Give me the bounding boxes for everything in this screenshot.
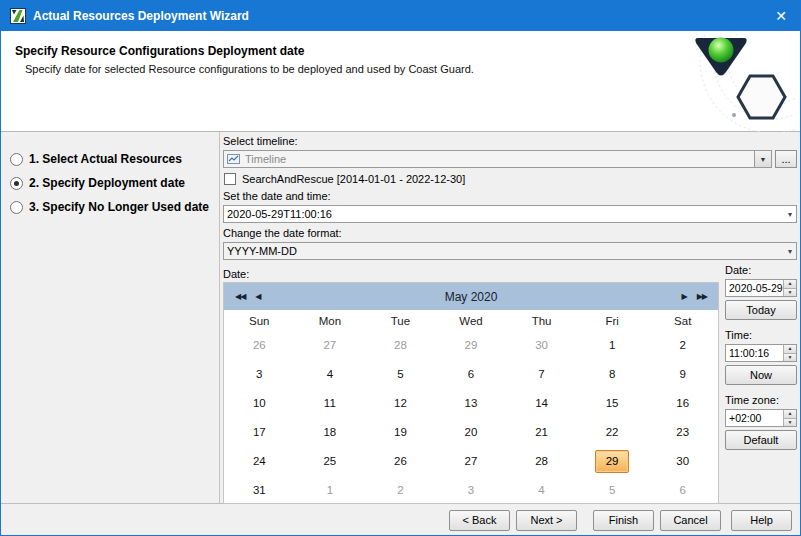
prev-month-button[interactable]: ◀	[250, 292, 265, 301]
app-icon	[10, 8, 26, 24]
prev-year-button[interactable]: ◀◀	[230, 292, 250, 301]
datetime-side-panel: Date: 2020-05-29 ▲ ▼ Today Time: 11:00:1…	[725, 263, 797, 504]
calendar-day[interactable]: 8	[577, 360, 648, 389]
calendar-day[interactable]: 4	[506, 476, 577, 505]
day-of-week-label: Mon	[295, 315, 366, 327]
now-button[interactable]: Now	[725, 365, 797, 385]
timeline-dropdown-button[interactable]: ▼	[755, 150, 772, 168]
timeline-combo[interactable]: Timeline	[223, 150, 755, 168]
calendar-day[interactable]: 4	[295, 360, 366, 389]
chevron-down-icon[interactable]: ▾	[788, 210, 793, 219]
calendar-day[interactable]: 14	[506, 389, 577, 418]
date-spinner[interactable]: 2020-05-29 ▲ ▼	[725, 279, 797, 297]
radio-icon[interactable]	[10, 153, 23, 166]
radio-icon[interactable]	[10, 201, 23, 214]
calendar-day[interactable]: 2	[365, 476, 436, 505]
calendar-day[interactable]: 27	[295, 331, 366, 360]
calendar-grid: 2627282930123456789101112131415161718192…	[224, 331, 718, 505]
step-label: 1. Select Actual Resources	[29, 152, 182, 166]
calendar-day[interactable]: 6	[647, 476, 718, 505]
calendar-day[interactable]: 11	[295, 389, 366, 418]
title-bar: Actual Resources Deployment Wizard ✕	[1, 1, 800, 31]
calendar-day[interactable]: 3	[436, 476, 507, 505]
spin-up-icon[interactable]: ▲	[784, 345, 796, 353]
datetime-combo[interactable]: 2020-05-29T11:00:16 ▾	[223, 205, 797, 223]
next-year-button[interactable]: ▶▶	[692, 292, 712, 301]
calendar-day[interactable]: 26	[365, 447, 436, 476]
spin-down-icon[interactable]: ▼	[784, 353, 796, 362]
step-specify-deployment-date[interactable]: 2. Specify Deployment date	[1, 171, 219, 195]
spin-up-icon[interactable]: ▲	[784, 280, 796, 288]
search-and-rescue-checkbox[interactable]	[224, 173, 236, 185]
finish-button[interactable]: Finish	[593, 510, 654, 531]
day-of-week-label: Thu	[506, 315, 577, 327]
calendar-day[interactable]: 3	[224, 360, 295, 389]
calendar-day[interactable]: 30	[647, 447, 718, 476]
calendar-day[interactable]: 18	[295, 418, 366, 447]
timeline-option-row: SearchAndRescue [2014-01-01 - 2022-12-30…	[224, 171, 797, 187]
step-select-actual-resources[interactable]: 1. Select Actual Resources	[1, 147, 219, 171]
calendar-day[interactable]: 22	[577, 418, 648, 447]
spin-down-icon[interactable]: ▼	[784, 418, 796, 427]
calendar-day[interactable]: 20	[436, 418, 507, 447]
calendar-day[interactable]: 25	[295, 447, 366, 476]
checkbox-label: SearchAndRescue [2014-01-01 - 2022-12-30…	[242, 173, 465, 185]
calendar-day[interactable]: 6	[436, 360, 507, 389]
day-of-week-label: Sun	[224, 315, 295, 327]
datetime-value: 2020-05-29T11:00:16	[227, 208, 332, 220]
calendar-day[interactable]: 16	[647, 389, 718, 418]
day-of-week-label: Wed	[436, 315, 507, 327]
calendar-day[interactable]: 7	[506, 360, 577, 389]
calendar-day[interactable]: 23	[647, 418, 718, 447]
calendar-day[interactable]: 12	[365, 389, 436, 418]
close-button[interactable]: ✕	[771, 8, 791, 24]
calendar-month-title: May 2020	[265, 290, 676, 304]
spin-down-icon[interactable]: ▼	[784, 288, 796, 297]
date-picker-area: Date: ◀◀ ◀ May 2020 ▶ ▶▶ SunMonTueWedThu…	[223, 263, 797, 504]
calendar-day[interactable]: 5	[577, 476, 648, 505]
back-button[interactable]: < Back	[449, 510, 510, 531]
calendar-day[interactable]: 9	[647, 360, 718, 389]
calendar-day[interactable]: 26	[224, 331, 295, 360]
today-button[interactable]: Today	[725, 300, 797, 320]
calendar-day[interactable]: 10	[224, 389, 295, 418]
radio-icon[interactable]	[10, 177, 23, 190]
chevron-down-icon[interactable]: ▾	[788, 247, 793, 256]
calendar-day[interactable]: 13	[436, 389, 507, 418]
calendar-day[interactable]: 29	[436, 331, 507, 360]
calendar-day[interactable]: 30	[506, 331, 577, 360]
calendar-day[interactable]: 29	[577, 447, 648, 476]
calendar-day[interactable]: 2	[647, 331, 718, 360]
timeline-browse-button[interactable]: ...	[775, 150, 797, 168]
datetime-label: Set the date and time:	[223, 189, 797, 203]
footer-button-bar: < Back Next > Finish Cancel Help	[1, 503, 800, 536]
timezone-spinner[interactable]: +02:00 ▲ ▼	[725, 409, 797, 427]
default-button[interactable]: Default	[725, 430, 797, 450]
time-spinner[interactable]: 11:00:16 ▲ ▼	[725, 344, 797, 362]
step-specify-no-longer-used-date[interactable]: 3. Specify No Longer Used date	[1, 195, 219, 219]
format-label: Change the date format:	[223, 226, 797, 240]
calendar-day[interactable]: 21	[506, 418, 577, 447]
next-button[interactable]: Next >	[516, 510, 577, 531]
timeline-value: Timeline	[245, 153, 286, 165]
calendar-day[interactable]: 1	[577, 331, 648, 360]
calendar-day[interactable]: 1	[295, 476, 366, 505]
calendar-day[interactable]: 28	[365, 331, 436, 360]
step-label: 3. Specify No Longer Used date	[29, 200, 209, 214]
calendar-day[interactable]: 17	[224, 418, 295, 447]
day-of-week-label: Tue	[365, 315, 436, 327]
spin-up-icon[interactable]: ▲	[784, 410, 796, 418]
calendar-day[interactable]: 15	[577, 389, 648, 418]
next-month-button[interactable]: ▶	[677, 292, 692, 301]
cancel-button[interactable]: Cancel	[660, 510, 721, 531]
calendar: ◀◀ ◀ May 2020 ▶ ▶▶ SunMonTueWedThuFriSat…	[223, 282, 719, 504]
help-button[interactable]: Help	[731, 510, 792, 531]
format-combo[interactable]: YYYY-MM-DD ▾	[223, 242, 797, 260]
calendar-day[interactable]: 5	[365, 360, 436, 389]
calendar-day[interactable]: 28	[506, 447, 577, 476]
calendar-column: Date: ◀◀ ◀ May 2020 ▶ ▶▶ SunMonTueWedThu…	[223, 263, 719, 504]
calendar-day[interactable]: 31	[224, 476, 295, 505]
calendar-day[interactable]: 19	[365, 418, 436, 447]
calendar-day[interactable]: 24	[224, 447, 295, 476]
calendar-day[interactable]: 27	[436, 447, 507, 476]
